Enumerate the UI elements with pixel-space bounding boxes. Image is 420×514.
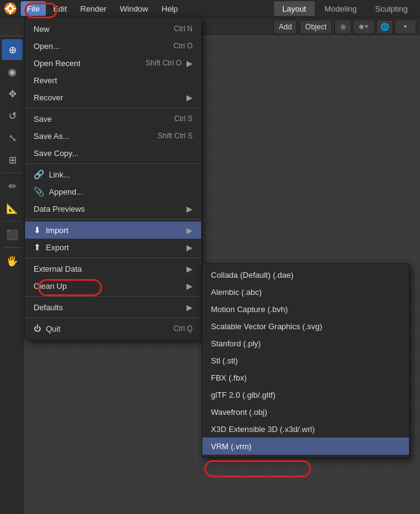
clean-up-arrow-icon: ▶ (186, 281, 193, 291)
transform-tool-icon[interactable]: ⊞ (2, 149, 23, 170)
separator-4 (25, 258, 201, 258)
file-append-item[interactable]: 📎 Append... (25, 183, 201, 200)
file-recover-label: Recover (34, 93, 63, 102)
add-cube-icon[interactable]: ⬛ (2, 224, 23, 245)
import-collada[interactable]: Collada (Default) (.dae) (202, 266, 409, 283)
tab-layout[interactable]: Layout (274, 1, 315, 16)
data-previews-arrow-icon: ▶ (186, 204, 193, 214)
file-external-data-item[interactable]: External Data ▶ (25, 260, 201, 277)
file-save-item[interactable]: Save Ctrl S (25, 110, 201, 127)
grab-tool-icon[interactable]: 🖐 (2, 250, 23, 271)
shading-icon: 🌐 (380, 23, 389, 31)
file-quit-shortcut: Ctrl Q (174, 324, 193, 333)
file-quit-label: Quit (46, 324, 61, 333)
import-stl[interactable]: Stl (.stl) (202, 352, 409, 369)
import-submenu: Collada (Default) (.dae) Alembic (.abc) … (202, 263, 410, 458)
quit-icon: ⏻ (34, 324, 41, 333)
file-save-as-item[interactable]: Save As... Shift Ctrl S (25, 127, 201, 144)
import-alembic[interactable]: Alembic (.abc) (202, 283, 409, 300)
blender-logo-icon (4, 2, 17, 15)
file-revert-item[interactable]: Revert (25, 72, 201, 89)
file-append-label: Append... (49, 187, 83, 196)
file-open-recent-item[interactable]: Open Recent Shift Ctrl O ▶ (25, 54, 201, 72)
tab-modeling[interactable]: Modeling (316, 1, 366, 16)
tab-sculpting[interactable]: Sculpting (367, 1, 416, 16)
file-revert-label: Revert (34, 76, 57, 85)
file-menu-dropdown: New Ctrl N Open... Ctrl O Open Recent Sh… (24, 17, 202, 340)
file-open-recent-label: Open Recent (34, 59, 81, 68)
file-export-item[interactable]: ⬆ Export ▶ (25, 239, 201, 256)
file-open-item[interactable]: Open... Ctrl O (25, 37, 201, 54)
move-tool-icon[interactable]: ✥ (2, 83, 23, 104)
cursor-tool-icon[interactable]: ⊕ (2, 39, 23, 60)
file-recover-item[interactable]: Recover ▶ (25, 89, 201, 106)
file-save-as-label: Save As... (34, 132, 70, 141)
shading-toggle[interactable]: 🌐 (376, 20, 393, 34)
file-new-item[interactable]: New Ctrl N (25, 20, 201, 37)
file-defaults-item[interactable]: Defaults ▶ (25, 299, 201, 316)
file-defaults-label: Defaults (34, 303, 63, 312)
svg-rect-6 (13, 8, 16, 9)
separator-3 (25, 219, 201, 220)
workspace-tabs: Layout Modeling Sculpting (274, 1, 416, 16)
file-open-recent-shortcut: Shift Ctrl O (146, 59, 182, 67)
gizmo-toggle[interactable]: ⊕ ▼ (353, 20, 375, 34)
window-menu-button[interactable]: Window (114, 1, 154, 16)
sidebar-separator-1 (3, 173, 21, 173)
export-icon: ⬆ (34, 242, 41, 252)
edit-menu-button[interactable]: Edit (47, 1, 73, 16)
separator-5 (25, 296, 201, 297)
sidebar-separator-2 (3, 221, 21, 222)
render-menu-button[interactable]: Render (74, 1, 112, 16)
svg-rect-5 (5, 8, 8, 9)
external-data-arrow-icon: ▶ (186, 264, 193, 274)
file-link-label: Link... (49, 170, 70, 179)
file-quit-item[interactable]: ⏻ Quit Ctrl Q (25, 320, 201, 337)
file-open-shortcut: Ctrl O (174, 42, 193, 50)
measure-tool-icon[interactable]: 📐 (2, 198, 23, 218)
submenu-arrow-icon: ▶ (186, 59, 193, 68)
import-vrm[interactable]: VRM (.vrm) (202, 438, 409, 455)
scale-tool-icon[interactable]: ⤡ (2, 127, 23, 148)
import-stanford[interactable]: Stanford (.ply) (202, 335, 409, 352)
file-clean-up-item[interactable]: Clean Up ▶ (25, 277, 201, 294)
rotate-tool-icon[interactable]: ↺ (2, 105, 23, 126)
export-arrow-icon: ▶ (186, 243, 193, 252)
svg-rect-4 (10, 11, 11, 14)
overlay-toggle[interactable]: ◎ (334, 20, 352, 34)
left-toolbar: ⊕ ◉ ✥ ↺ ⤡ ⊞ ✏ 📐 ⬛ 🖐 (0, 37, 24, 514)
file-link-item[interactable]: 🔗 Link... (25, 166, 201, 183)
file-menu-button[interactable]: File (21, 1, 46, 16)
svg-point-2 (9, 7, 12, 10)
view-shading-dropdown[interactable]: ▼ (394, 20, 416, 34)
view-tool-icon[interactable]: ◉ (2, 61, 23, 82)
chevron-down-icon-3: ▼ (364, 24, 369, 29)
file-import-item[interactable]: ⬇ Import ▶ (25, 222, 201, 239)
import-motion-capture[interactable]: Motion Capture (.bvh) (202, 300, 409, 318)
file-save-copy-item[interactable]: Save Copy... (25, 144, 201, 162)
separator-2 (25, 163, 201, 164)
object-button[interactable]: Object (300, 20, 332, 34)
file-open-label: Open... (34, 42, 60, 51)
append-icon: 📎 (34, 187, 44, 196)
import-gltf[interactable]: glTF 2.0 (.glb/.gltf) (202, 386, 409, 403)
svg-rect-3 (10, 3, 11, 6)
import-svg[interactable]: Scalable Vector Graphics (.svg) (202, 318, 409, 335)
chevron-down-icon-4: ▼ (403, 24, 408, 29)
sidebar-separator-3 (3, 247, 21, 248)
file-export-label: Export (46, 243, 69, 252)
file-save-shortcut: Ctrl S (174, 114, 193, 123)
annotate-tool-icon[interactable]: ✏ (2, 176, 23, 196)
file-external-data-label: External Data (34, 264, 82, 274)
help-menu-button[interactable]: Help (155, 1, 184, 16)
import-wavefront[interactable]: Wavefront (.obj) (202, 403, 409, 420)
add-button[interactable]: Add (273, 20, 297, 34)
file-new-label: New (34, 24, 50, 34)
defaults-arrow-icon: ▶ (186, 303, 193, 312)
import-fbx[interactable]: FBX (.fbx) (202, 369, 409, 386)
file-data-previews-item[interactable]: Data Previews ▶ (25, 200, 201, 217)
separator-6 (25, 318, 201, 318)
top-menu-bar: File Edit Render Window Help Layout Mode… (0, 0, 420, 17)
import-x3d[interactable]: X3D Extensible 3D (.x3d/.wrl) (202, 420, 409, 438)
file-clean-up-label: Clean Up (34, 281, 67, 291)
